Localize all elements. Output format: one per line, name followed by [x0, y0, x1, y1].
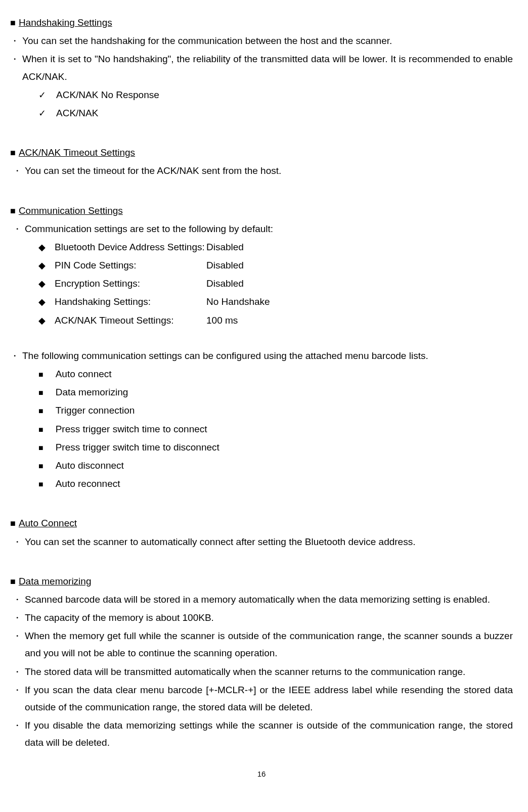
bullet-item: ・ The following communication settings c… [10, 347, 513, 365]
defaults-list: ◆ Bluetooth Device Address Settings: Dis… [10, 239, 513, 329]
bullet-item: ・ The capacity of the memory is about 10… [10, 609, 513, 626]
square-item-icon: ■ [38, 477, 43, 492]
section-heading-acknak: ■ ACK/NAK Timeout Settings [10, 144, 513, 161]
dot-bullet-icon: ・ [10, 664, 22, 680]
square-item-icon: ■ [38, 423, 43, 437]
heading-text: Communication Settings [19, 202, 123, 219]
bullet-text: If you scan the data clear menu barcode … [25, 682, 513, 716]
section-heading-comm: ■ Communication Settings [10, 202, 513, 219]
heading-text: Handshaking Settings [19, 14, 112, 31]
section-heading-autoconnect: ■ Auto Connect [10, 515, 513, 532]
setting-label: Handshaking Settings: [55, 293, 206, 310]
dot-bullet-icon: ・ [10, 51, 19, 67]
setting-label: Encryption Settings: [55, 275, 206, 292]
dot-bullet-icon: ・ [10, 348, 19, 364]
menu-text: Auto connect [56, 366, 112, 383]
square-item-icon: ■ [38, 441, 43, 456]
check-text: ACK/NAK [56, 105, 98, 122]
setting-label: PIN Code Settings: [55, 257, 206, 274]
square-bullet-icon: ■ [10, 573, 16, 590]
default-item: ◆ PIN Code Settings: Disabled [38, 257, 513, 274]
menu-text: Data memorizing [56, 384, 128, 401]
section-heading-handshaking: ■ Handshaking Settings [10, 14, 513, 31]
square-bullet-icon: ■ [10, 515, 16, 531]
dot-bullet-icon: ・ [10, 221, 22, 237]
bullet-item: ・ Scanned barcode data will be stored in… [10, 591, 513, 608]
bullet-item: ・ You can set the scanner to automatical… [10, 533, 513, 551]
dot-bullet-icon: ・ [10, 610, 22, 626]
dot-bullet-icon: ・ [10, 682, 22, 698]
dot-bullet-icon: ・ [10, 534, 22, 550]
diamond-icon: ◆ [38, 239, 46, 255]
check-icon: ✓ [38, 87, 46, 103]
square-bullet-icon: ■ [10, 203, 16, 219]
square-item-icon: ■ [38, 459, 43, 474]
default-item: ◆ Bluetooth Device Address Settings: Dis… [38, 239, 513, 256]
menu-item: ■ Auto connect [38, 366, 513, 383]
menu-item: ■ Press trigger switch time to connect [38, 421, 513, 438]
bullet-item: ・ You can set the timeout for the ACK/NA… [10, 162, 513, 179]
dot-bullet-icon: ・ [10, 163, 22, 179]
square-item-icon: ■ [38, 386, 43, 400]
bullet-text: If you disable the data memorizing setti… [25, 717, 513, 751]
dot-bullet-icon: ・ [10, 628, 22, 644]
menu-item: ■ Data memorizing [38, 384, 513, 401]
menu-text: Press trigger switch time to disconnect [56, 439, 219, 456]
check-item: ✓ ACK/NAK [38, 105, 513, 122]
menu-text: Trigger connection [56, 402, 135, 419]
heading-text: Data memorizing [19, 573, 92, 590]
bullet-text: You can set the handshaking for the comm… [22, 32, 513, 50]
square-bullet-icon: ■ [10, 15, 16, 31]
bullet-item: ・ When it is set to "No handshaking", th… [10, 51, 513, 85]
default-item: ◆ Handshaking Settings: No Handshake [38, 293, 513, 310]
bullet-item: ・ When the memory get full while the sca… [10, 627, 513, 662]
menu-text: Auto reconnect [56, 475, 120, 492]
diamond-icon: ◆ [38, 312, 46, 329]
menu-text: Press trigger switch time to connect [56, 421, 207, 438]
bullet-item: ・ If you scan the data clear menu barcod… [10, 682, 513, 716]
check-list: ✓ ACK/NAK No Response ✓ ACK/NAK [10, 86, 513, 122]
menu-item: ■ Auto disconnect [38, 457, 513, 474]
square-item-icon: ■ [38, 368, 43, 382]
setting-label: Bluetooth Device Address Settings: [55, 239, 206, 256]
bullet-item: ・ You can set the handshaking for the co… [10, 32, 513, 50]
menu-item: ■ Press trigger switch time to disconnec… [38, 439, 513, 456]
check-item: ✓ ACK/NAK No Response [38, 86, 513, 104]
bullet-item: ・ If you disable the data memorizing set… [10, 717, 513, 751]
diamond-icon: ◆ [38, 257, 46, 274]
bullet-text: Communication settings are set to the fo… [25, 220, 513, 238]
bullet-item: ・ Communication settings are set to the … [10, 220, 513, 238]
dot-bullet-icon: ・ [10, 33, 19, 49]
setting-label: ACK/NAK Timeout Settings: [55, 312, 206, 329]
dot-bullet-icon: ・ [10, 592, 22, 608]
heading-text: ACK/NAK Timeout Settings [19, 144, 135, 161]
bullet-text: The capacity of the memory is about 100K… [25, 609, 513, 626]
bullet-item: ・ The stored data will be transmitted au… [10, 663, 513, 681]
check-text: ACK/NAK No Response [56, 86, 159, 104]
bullet-text: The stored data will be transmitted auto… [25, 663, 513, 681]
default-item: ◆ Encryption Settings: Disabled [38, 275, 513, 292]
diamond-icon: ◆ [38, 276, 46, 292]
setting-value: Disabled [206, 257, 244, 274]
setting-value: Disabled [206, 239, 244, 256]
bullet-text: Scanned barcode data will be stored in a… [25, 591, 513, 608]
menu-list: ■ Auto connect ■ Data memorizing ■ Trigg… [10, 366, 513, 492]
page-number: 16 [10, 767, 513, 781]
square-bullet-icon: ■ [10, 145, 16, 161]
dot-bullet-icon: ・ [10, 717, 22, 734]
setting-value: 100 ms [206, 312, 238, 329]
default-item: ◆ ACK/NAK Timeout Settings: 100 ms [38, 312, 513, 329]
setting-value: No Handshake [206, 293, 270, 310]
bullet-text: You can set the scanner to automatically… [25, 533, 513, 551]
menu-text: Auto disconnect [56, 457, 124, 474]
menu-item: ■ Trigger connection [38, 402, 513, 419]
section-heading-datamem: ■ Data memorizing [10, 573, 513, 590]
bullet-text: The following communication settings can… [22, 347, 513, 365]
menu-item: ■ Auto reconnect [38, 475, 513, 492]
bullet-text: When the memory get full while the scann… [25, 627, 513, 662]
setting-value: Disabled [206, 275, 244, 292]
bullet-text: When it is set to "No handshaking", the … [22, 51, 513, 85]
bullet-text: You can set the timeout for the ACK/NAK … [25, 162, 513, 179]
square-item-icon: ■ [38, 404, 43, 419]
heading-text: Auto Connect [19, 515, 77, 532]
